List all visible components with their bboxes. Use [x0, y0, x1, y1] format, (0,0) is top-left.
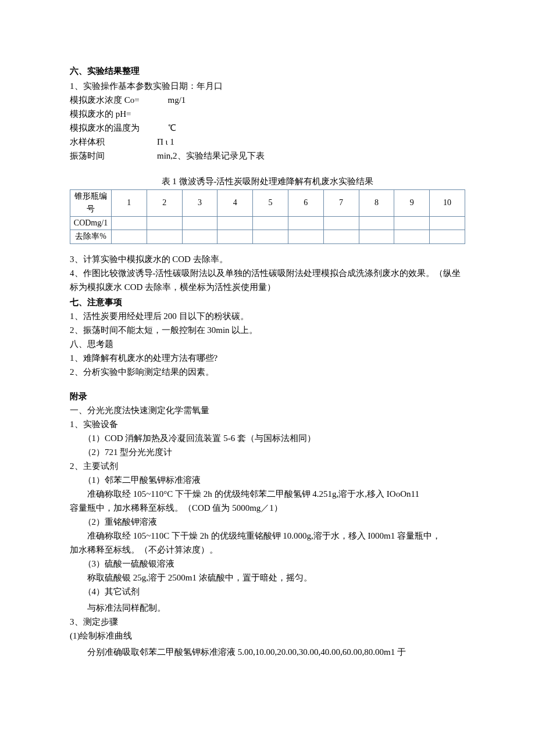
- appendix-s2-r4d: 与标准法同样配制。: [70, 601, 465, 615]
- param-shake: 振荡时间 min,2、实验结果记录见下表: [70, 149, 465, 163]
- appendix-s2-title: 2、主要试剂: [70, 459, 465, 473]
- section8-item1: 1、难降解有机废水的处理方法有哪些?: [70, 351, 465, 365]
- table-col-6: 6: [288, 190, 323, 217]
- appendix-s2-r2t: （2）重铭酸钾溶液: [70, 515, 465, 529]
- appendix-s2-r4t: （4）其它试剂: [70, 585, 465, 599]
- table-col-7: 7: [323, 190, 359, 217]
- table-col-5: 5: [253, 190, 288, 217]
- table-row: 去除率%: [70, 230, 465, 243]
- section8-title: 八、思考题: [70, 337, 465, 351]
- table-row: CODmg/1: [70, 216, 465, 230]
- table-col-8: 8: [359, 190, 394, 217]
- appendix-s1-title: 1、实验设备: [70, 417, 465, 431]
- table-col-1: 1: [111, 190, 147, 217]
- section6-item4: 4、作图比较微波诱导-活性碳吸附法以及单独的活性碳吸附法处理模拟合成洗涤剂废水的…: [70, 266, 465, 294]
- section7-title: 七、注意事项: [70, 295, 465, 309]
- appendix-s1-i1: （1）COD 消解加热及冷凝回流装置 5-6 套（与国标法相同）: [70, 431, 465, 445]
- table-col-10: 10: [430, 190, 465, 217]
- table-header-flask: 锥形瓶编号: [70, 190, 112, 217]
- param-temp: 模拟废水的温度为 ℃: [70, 121, 465, 135]
- table-col-3: 3: [182, 190, 217, 217]
- appendix-s2-r2d: 准确称取经 105~110C 下干燥 2h 的优级纯重铭酸钾 10.000g,溶…: [70, 529, 465, 543]
- param-co: 模拟废水浓度 Co= mg/1: [70, 93, 465, 107]
- section6-title: 六、实验结果整理: [70, 64, 465, 78]
- appendix-title: 附录: [70, 389, 465, 403]
- appendix-s1-i2: （2）721 型分光光度计: [70, 445, 465, 459]
- section7-item2: 2、振荡时间不能太短，一般控制在 30min 以上。: [70, 323, 465, 337]
- section8-item2: 2、分析实验中影响测定结果的因素。: [70, 365, 465, 379]
- param-intro: 1、实验操作基本参数实验日期：年月口: [70, 79, 465, 93]
- appendix-s3-i1t: (1)绘制标准曲线: [70, 629, 465, 643]
- param-vol: 水样体积 Π ι 1: [70, 135, 465, 149]
- appendix-s2-r1d: 准确称取经 105~110°C 下干燥 2h 的优级纯邻苯二甲酸氢钾 4.251…: [70, 487, 465, 501]
- table1-title: 表 1 微波诱导-活性炭吸附处理难降解有机废水实验结果: [70, 174, 465, 188]
- results-table: 锥形瓶编号 1 2 3 4 5 6 7 8 9 10 CODmg/1 去除率%: [70, 189, 465, 244]
- table-col-2: 2: [147, 190, 182, 217]
- table-row-cod: CODmg/1: [70, 216, 112, 230]
- appendix-s2-r1d2: 容量瓶中，加水稀释至标线。（COD 值为 5000mg／1）: [70, 501, 465, 515]
- appendix-s2-r3d: 称取硫酸银 25g,溶于 2500m1 浓硫酸中，置于暗处，摇匀。: [70, 571, 465, 585]
- table-row: 锥形瓶编号 1 2 3 4 5 6 7 8 9 10: [70, 190, 465, 217]
- section7-item1: 1、活性炭要用经处理后 200 目以下的粉状碳。: [70, 309, 465, 323]
- appendix-a1: 一、分光光度法快速测定化学需氧量: [70, 403, 465, 417]
- param-ph: 模拟废水的 pH=: [70, 107, 465, 121]
- appendix-s2-r2d2: 加水稀释至标线。（不必计算浓度）。: [70, 543, 465, 557]
- table-row-removal: 去除率%: [70, 230, 112, 243]
- table-col-4: 4: [217, 190, 253, 217]
- appendix-s2-r1t: （1）邻苯二甲酸氢钾标准溶液: [70, 473, 465, 487]
- appendix-s3-title: 3、测定步骤: [70, 615, 465, 629]
- appendix-s3-i1d: 分别准确吸取邻苯二甲酸氢钾标准溶液 5.00,10.00,20.00,30.00…: [70, 645, 465, 659]
- table-col-9: 9: [394, 190, 430, 217]
- section6-item3: 3、计算实验中模拟废水的 COD 去除率。: [70, 252, 465, 266]
- appendix-s2-r3t: （3）硫酸一硫酸银溶液: [70, 557, 465, 571]
